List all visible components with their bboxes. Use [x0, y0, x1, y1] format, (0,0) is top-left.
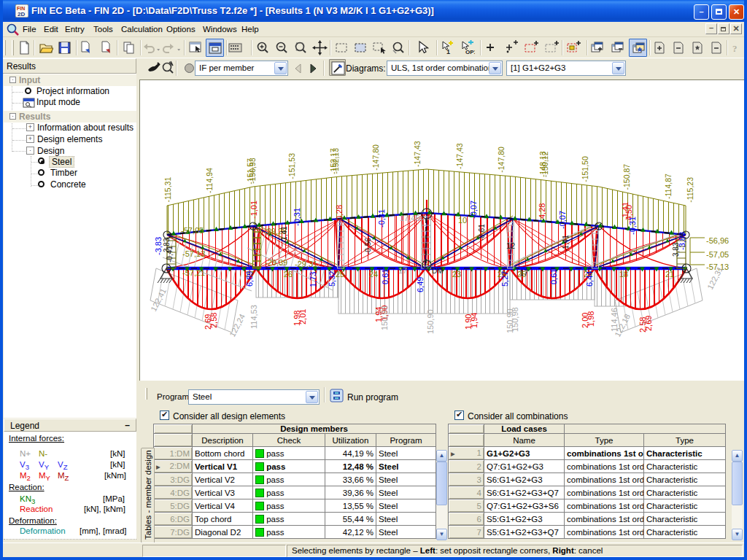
svg-text:2,01: 2,01: [298, 309, 307, 324]
svg-text:5,27: 5,27: [500, 271, 509, 287]
svg-text:-1,41: -1,41: [562, 235, 570, 252]
svg-text:26: 26: [284, 270, 293, 279]
svg-text:-56,96: -56,96: [706, 236, 729, 245]
svg-text:114,53: 114,53: [249, 305, 258, 329]
svg-text:150,90: 150,90: [426, 309, 435, 334]
svg-text:-150,12: -150,12: [541, 152, 549, 178]
svg-text:-3,83: -3,83: [154, 237, 163, 255]
svg-text:150,98: 150,98: [511, 307, 519, 332]
svg-text:1,98: 1,98: [587, 311, 595, 327]
svg-text:24: 24: [369, 270, 378, 279]
svg-text:-0,31: -0,31: [293, 208, 301, 226]
svg-text:-29,39: -29,39: [265, 258, 287, 267]
svg-text:-147,43: -147,43: [455, 143, 464, 169]
svg-text:18: 18: [619, 270, 628, 279]
svg-text:-115,31: -115,31: [163, 177, 172, 203]
svg-text:150,93: 150,93: [380, 306, 389, 330]
svg-text:-1,01: -1,01: [249, 201, 258, 219]
svg-text:-57,05: -57,05: [181, 226, 204, 235]
svg-text:-0,07: -0,07: [558, 211, 567, 229]
svg-text:-57,21: -57,21: [182, 268, 205, 277]
svg-text:-0,41: -0,41: [166, 246, 174, 262]
svg-text:0,61: 0,61: [549, 269, 558, 284]
svg-text:1,94: 1,94: [470, 313, 479, 328]
svg-text:-114,94: -114,94: [205, 168, 214, 193]
svg-text:12: 12: [506, 241, 515, 250]
svg-text:-147,80: -147,80: [497, 147, 506, 173]
svg-text:?: ?: [732, 43, 738, 54]
svg-text:25: 25: [336, 270, 344, 279]
svg-text:2,58: 2,58: [209, 313, 218, 328]
svg-text:6,44: 6,44: [585, 271, 594, 287]
svg-text:FIN: FIN: [17, 6, 25, 11]
svg-text:-0,28: -0,28: [335, 205, 344, 223]
svg-text:0,61: 0,61: [381, 269, 390, 284]
svg-text:-57,05: -57,05: [706, 250, 729, 259]
svg-text:-29,31: -29,31: [295, 260, 317, 268]
svg-text:-114,87: -114,87: [664, 174, 673, 199]
svg-text:2,69: 2,69: [644, 316, 653, 331]
svg-text:-150,87: -150,87: [622, 164, 631, 190]
svg-text:6,49: 6,49: [416, 277, 425, 292]
svg-text:DM: DM: [432, 267, 444, 275]
svg-text:-0,07: -0,07: [469, 201, 478, 219]
svg-text:-147,80: -147,80: [371, 144, 380, 171]
svg-text:5,32: 5,32: [328, 271, 336, 287]
svg-text:122,24: 122,24: [228, 312, 247, 338]
svg-text:21: 21: [665, 270, 674, 279]
svg-text:23: 23: [452, 270, 461, 279]
svg-text:3,83: 3,83: [672, 242, 680, 257]
svg-text:-57,13: -57,13: [182, 249, 205, 258]
svg-text:-0,61: -0,61: [478, 224, 486, 241]
svg-text:-151,53: -151,53: [287, 153, 296, 179]
svg-text:1: 1: [446, 48, 450, 55]
svg-text:-115,23: -115,23: [686, 177, 694, 203]
svg-text:10: 10: [458, 216, 467, 225]
svg-text:-152,13: -152,13: [331, 148, 340, 174]
svg-text:17,46: 17,46: [400, 214, 420, 222]
svg-text:-0,31: -0,31: [377, 209, 386, 228]
svg-text:-150,93: -150,93: [248, 158, 257, 184]
svg-text:6,89: 6,89: [245, 271, 254, 287]
svg-text:1,73: 1,73: [309, 272, 317, 287]
svg-text:-151,50: -151,50: [581, 156, 589, 182]
svg-text:4,28: 4,28: [538, 203, 546, 219]
svg-text:-0,56: -0,56: [364, 238, 372, 254]
svg-text:-147,43: -147,43: [413, 141, 422, 167]
svg-text:17: 17: [398, 266, 407, 275]
svg-text:2D: 2D: [18, 11, 25, 18]
svg-text:-0,31: -0,31: [628, 217, 637, 235]
svg-text:-1,41: -1,41: [280, 226, 288, 243]
svg-text:OP1: OP1: [465, 49, 475, 55]
svg-text:17: 17: [519, 268, 528, 277]
